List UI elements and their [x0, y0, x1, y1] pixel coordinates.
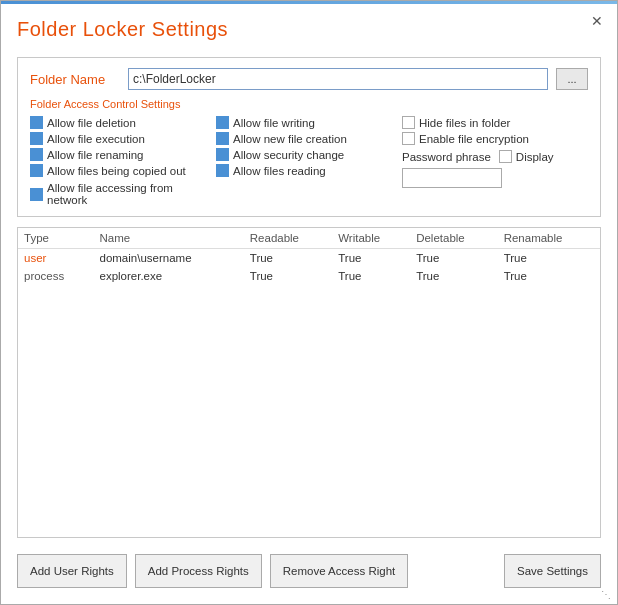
cb-square-renaming — [30, 148, 43, 161]
table-header-row: Type Name Readable Writable Deletable Re… — [18, 228, 600, 249]
remove-access-right-button[interactable]: Remove Access Right — [270, 554, 409, 588]
row2-deletable: True — [410, 267, 498, 285]
cb-square-execution — [30, 132, 43, 145]
row2-renamable: True — [498, 267, 600, 285]
col-name: Name — [94, 228, 244, 249]
row1-renamable: True — [498, 249, 600, 268]
cb-allow-renaming[interactable]: Allow file renaming — [30, 148, 216, 161]
cb-square-deletion — [30, 116, 43, 129]
add-process-rights-button[interactable]: Add Process Rights — [135, 554, 262, 588]
table-row[interactable]: user domain\username True True True True — [18, 249, 600, 268]
access-control-title: Folder Access Control Settings — [30, 98, 588, 110]
title-bar: Folder Locker Settings ✕ — [1, 4, 617, 49]
cb-allow-network[interactable]: Allow file accessing from network — [30, 182, 216, 206]
main-content: Folder Name ... Folder Access Control Se… — [1, 49, 617, 604]
cb-label-network: Allow file accessing from network — [47, 182, 216, 206]
cb-allow-security[interactable]: Allow security change — [216, 148, 402, 161]
row1-name: domain\username — [94, 249, 244, 268]
browse-button[interactable]: ... — [556, 68, 588, 90]
col-renamable: Renamable — [498, 228, 600, 249]
cb-label-new-file: Allow new file creation — [233, 133, 347, 145]
button-row: Add User Rights Add Process Rights Remov… — [17, 548, 601, 592]
row1-deletable: True — [410, 249, 498, 268]
cb-square-copied — [30, 164, 43, 177]
password-phrase-label: Password phrase — [402, 151, 491, 163]
row2-type: process — [18, 267, 94, 285]
cb-square-security — [216, 148, 229, 161]
col-readable: Readable — [244, 228, 332, 249]
cb-label-reading: Allow files reading — [233, 165, 326, 177]
password-input[interactable] — [402, 168, 502, 188]
col-type: Type — [18, 228, 94, 249]
cb-allow-new-file[interactable]: Allow new file creation — [216, 132, 402, 145]
left-checkbox-col: Allow file deletion Allow file execution… — [30, 116, 216, 206]
middle-checkbox-col: Allow file writing Allow new file creati… — [216, 116, 402, 206]
table-row[interactable]: process explorer.exe True True True True — [18, 267, 600, 285]
cb-allow-copied-out[interactable]: Allow files being copied out — [30, 164, 216, 177]
cb-label-hide: Hide files in folder — [419, 117, 510, 129]
cb-label-security: Allow security change — [233, 149, 344, 161]
close-button[interactable]: ✕ — [587, 11, 607, 31]
password-phrase-row: Password phrase Display — [402, 150, 588, 163]
window-title: Folder Locker Settings — [17, 18, 228, 41]
folder-name-input[interactable] — [128, 68, 548, 90]
cb-label-renaming: Allow file renaming — [47, 149, 144, 161]
cb-file-encryption[interactable]: Enable file encryption — [402, 132, 588, 145]
cb-allow-deletion[interactable]: Allow file deletion — [30, 116, 216, 129]
right-options-col: Hide files in folder Enable file encrypt… — [402, 116, 588, 206]
row1-writable: True — [332, 249, 410, 268]
access-rights-table-section: Type Name Readable Writable Deletable Re… — [17, 227, 601, 538]
access-rights-table: Type Name Readable Writable Deletable Re… — [18, 228, 600, 285]
checkboxes-grid: Allow file deletion Allow file execution… — [30, 116, 588, 206]
cb-label-execution: Allow file execution — [47, 133, 145, 145]
cb-label-deletion: Allow file deletion — [47, 117, 136, 129]
folder-section: Folder Name ... Folder Access Control Se… — [17, 57, 601, 217]
add-user-rights-button[interactable]: Add User Rights — [17, 554, 127, 588]
row2-readable: True — [244, 267, 332, 285]
cb-square-network — [30, 188, 43, 201]
cb-square-hide — [402, 116, 415, 129]
folder-name-row: Folder Name ... — [30, 68, 588, 90]
row1-type: user — [18, 249, 94, 268]
cb-allow-execution[interactable]: Allow file execution — [30, 132, 216, 145]
cb-label-copied: Allow files being copied out — [47, 165, 186, 177]
folder-name-label: Folder Name — [30, 72, 120, 87]
cb-allow-writing[interactable]: Allow file writing — [216, 116, 402, 129]
main-window: Folder Locker Settings ✕ Folder Name ...… — [0, 0, 618, 605]
col-deletable: Deletable — [410, 228, 498, 249]
cb-label-writing: Allow file writing — [233, 117, 315, 129]
cb-allow-reading[interactable]: Allow files reading — [216, 164, 402, 177]
cb-hide-files[interactable]: Hide files in folder — [402, 116, 588, 129]
cb-square-encrypt — [402, 132, 415, 145]
cb-label-encrypt: Enable file encryption — [419, 133, 529, 145]
cb-display[interactable] — [499, 150, 512, 163]
resize-handle[interactable]: ⋱ — [601, 589, 611, 600]
row1-readable: True — [244, 249, 332, 268]
save-settings-button[interactable]: Save Settings — [504, 554, 601, 588]
cb-square-new-file — [216, 132, 229, 145]
col-writable: Writable — [332, 228, 410, 249]
cb-square-reading — [216, 164, 229, 177]
row2-name: explorer.exe — [94, 267, 244, 285]
row2-writable: True — [332, 267, 410, 285]
display-label: Display — [516, 151, 554, 163]
cb-square-writing — [216, 116, 229, 129]
